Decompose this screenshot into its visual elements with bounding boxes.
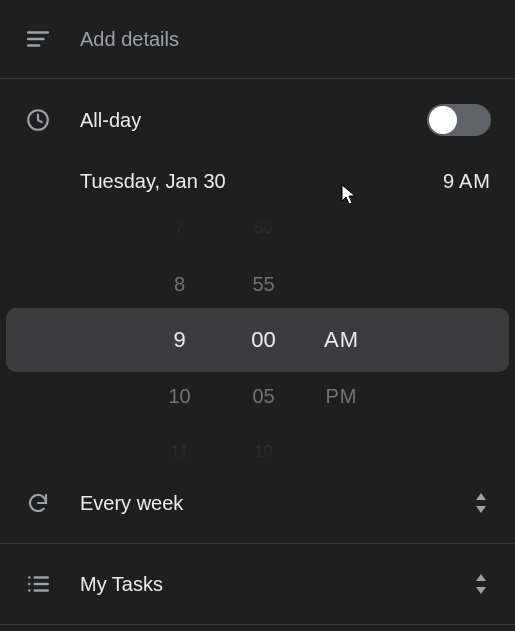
time-picker[interactable]: 7 8 9 10 11 50 55 00 05 10 AM PM <box>0 217 515 463</box>
all-day-row: All-day <box>0 79 515 151</box>
svg-point-5 <box>28 583 31 586</box>
task-list-label: My Tasks <box>80 573 471 596</box>
ampm-option: AM <box>324 328 359 352</box>
minute-option: 50 <box>255 217 273 240</box>
all-day-label: All-day <box>80 109 427 132</box>
repeat-label: Every week <box>80 492 471 515</box>
ampm-wheel[interactable]: AM PM <box>318 217 366 463</box>
details-placeholder: Add details <box>80 28 179 51</box>
minute-wheel[interactable]: 50 55 00 05 10 <box>234 217 294 463</box>
minute-option: 55 <box>252 272 274 296</box>
svg-point-4 <box>28 576 31 579</box>
hour-option: 8 <box>174 272 185 296</box>
ampm-option: PM <box>326 384 358 408</box>
repeat-row[interactable]: Every week <box>0 463 515 543</box>
toggle-knob <box>429 106 457 134</box>
minute-option: 10 <box>255 440 273 463</box>
hour-option: 9 <box>173 328 185 352</box>
date-button[interactable]: Tuesday, Jan 30 <box>80 170 226 193</box>
list-bullets-icon <box>24 570 52 598</box>
time-button[interactable]: 9 AM <box>443 170 491 193</box>
minute-option: 05 <box>252 384 274 408</box>
hour-option: 7 <box>175 217 184 240</box>
date-time-row: Tuesday, Jan 30 9 AM <box>0 151 515 211</box>
svg-point-6 <box>28 589 31 592</box>
details-row[interactable]: Add details <box>0 0 515 78</box>
unfold-icon <box>471 570 491 598</box>
refresh-icon <box>24 489 52 517</box>
minute-option: 00 <box>251 328 275 352</box>
unfold-icon <box>471 489 491 517</box>
task-list-row[interactable]: My Tasks <box>0 544 515 624</box>
hour-wheel[interactable]: 7 8 9 10 11 <box>150 217 210 463</box>
hour-option: 11 <box>171 440 189 463</box>
menu-icon <box>24 25 52 53</box>
hour-option: 10 <box>168 384 190 408</box>
clock-icon <box>24 106 52 134</box>
all-day-toggle[interactable] <box>427 104 491 136</box>
